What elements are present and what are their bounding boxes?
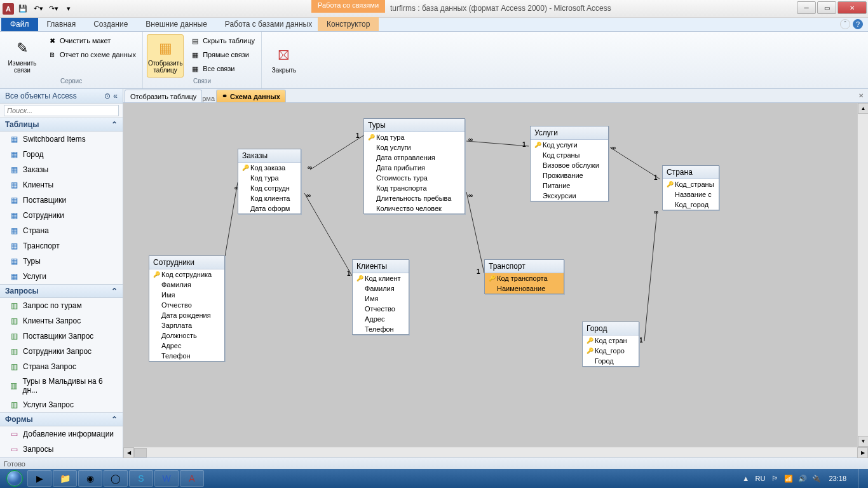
table-field[interactable]: Название с [663, 189, 719, 200]
nav-item[interactable]: ▦Страна [0, 223, 123, 238]
table-field[interactable]: Отчество [353, 304, 409, 314]
taskbar-access[interactable]: A [180, 470, 204, 487]
tray-flag-icon[interactable]: 🏳 [770, 474, 779, 483]
tab-create[interactable]: Создание [85, 17, 137, 31]
doc-tab-close-icon[interactable]: ✕ [857, 91, 865, 100]
table-field[interactable]: Дата прибытия [364, 163, 465, 173]
nav-item[interactable]: ▦Транспорт [0, 238, 123, 254]
table-box-zakazy[interactable]: Заказы🔑Код заказаКод тураКод сотруднКод … [238, 149, 301, 214]
table-box-sotrudniki[interactable]: Сотрудники🔑Код сотрудникаФамилияИмяОтчес… [149, 255, 225, 362]
start-button[interactable] [3, 469, 27, 488]
nav-group-header[interactable]: Формы⌃ [0, 412, 123, 426]
tab-external[interactable]: Внешние данные [137, 17, 216, 31]
tray-battery-icon[interactable]: 🔌 [812, 474, 821, 483]
table-field[interactable]: Фамилия [149, 280, 224, 290]
nav-item[interactable]: ▭Запросы [0, 442, 123, 457]
nav-collapse-icon[interactable]: ⊙« [104, 92, 118, 100]
table-title[interactable]: Туры [364, 119, 465, 132]
nav-item[interactable]: ▥Сотрудники Запрос [0, 344, 123, 359]
nav-item[interactable]: ▦Услуги [0, 269, 123, 284]
ribbon-minimize-icon[interactable]: ˆ [840, 19, 850, 29]
scroll-right-icon[interactable]: ▶ [857, 447, 868, 458]
nav-item[interactable]: ▥Туры в Мальдивы на 6 дн... [0, 374, 123, 397]
table-field[interactable]: Отчество [149, 300, 224, 310]
tray-network-icon[interactable]: 📶 [784, 474, 793, 483]
table-field[interactable]: Телефон [353, 324, 409, 334]
help-icon[interactable]: ? [853, 19, 863, 29]
nav-item[interactable]: ▥Запрос по турам [0, 298, 123, 313]
table-box-transport[interactable]: Транспорт🔑Код транспортаНаименование [484, 259, 564, 294]
nav-item[interactable]: ▥Страна Запрос [0, 359, 123, 374]
close-design-button[interactable]: ⛝ Закрыть [266, 34, 302, 85]
tray-clock[interactable]: 23:18 [826, 475, 849, 482]
table-field[interactable]: Телефон [149, 351, 224, 361]
table-box-uslugi[interactable]: Услуги🔑Код услугиКод страныВизовое обслу… [530, 126, 609, 201]
redo-icon[interactable]: ↷▾ [47, 3, 60, 15]
table-field[interactable]: 🔑Код тура [364, 132, 465, 142]
nav-item[interactable]: ▦Заказы [0, 162, 123, 177]
save-icon[interactable]: 💾 [17, 3, 29, 15]
table-field[interactable]: 🔑Код транспорта [485, 273, 564, 283]
table-box-gorod[interactable]: Город🔑Код стран🔑Код_гороГород [582, 322, 639, 367]
taskbar-chrome[interactable]: ◯ [104, 470, 128, 487]
table-field[interactable]: Длительность пребыва [364, 193, 465, 203]
table-field[interactable]: 🔑Код сотрудника [149, 269, 224, 280]
table-field[interactable]: Дата рождения [149, 310, 224, 320]
table-field[interactable]: Количество человек [364, 203, 465, 214]
scroll-down-icon[interactable]: ▼ [858, 436, 868, 447]
minimize-button[interactable]: ─ [797, 1, 816, 14]
nav-group-header[interactable]: Таблицы⌃ [0, 118, 123, 132]
table-field[interactable]: Дата отправления [364, 152, 465, 163]
tray-volume-icon[interactable]: 🔊 [798, 474, 807, 483]
edit-relationships-button[interactable]: ✎ Изменить связи [4, 34, 41, 78]
scroll-left-icon[interactable]: ◀ [123, 447, 134, 458]
table-title[interactable]: Клиенты [353, 260, 409, 273]
taskbar-skype[interactable]: S [129, 470, 153, 487]
clear-layout-button[interactable]: ✖Очистить макет [44, 34, 139, 47]
all-relationships-button[interactable]: ▦Все связи [187, 62, 257, 75]
relationship-report-button[interactable]: 🗎Отчет по схеме данных [44, 48, 139, 61]
nav-item[interactable]: ▭Добавление информации [0, 426, 123, 442]
tab-database[interactable]: Работа с базами данных [216, 17, 321, 31]
table-field[interactable]: Питание [531, 180, 608, 191]
tray-language[interactable]: RU [756, 475, 766, 482]
table-field[interactable]: Город [583, 356, 639, 366]
taskbar-explorer[interactable]: 📁 [53, 470, 77, 487]
relationship-canvas[interactable]: ∞ 1 ∞ 1 ∞ 1 ∞ 1 ∞ 1 ∞ 1 1 ∞ Заказы🔑Код з… [123, 103, 868, 447]
taskbar-media-player[interactable]: ▶ [27, 470, 51, 487]
nav-item[interactable]: ▦Сотрудники [0, 208, 123, 223]
table-field[interactable]: Адрес [149, 341, 224, 351]
table-field[interactable]: Фамилия [353, 283, 409, 294]
table-field[interactable]: Должность [149, 330, 224, 341]
table-box-strana[interactable]: Страна🔑Код_страныНазвание сКод_город [662, 165, 719, 210]
table-field[interactable]: Код тура [238, 173, 301, 183]
table-field[interactable]: Наименование [485, 283, 564, 294]
table-field[interactable]: Код сотрудн [238, 183, 301, 193]
table-field[interactable]: Код услуги [364, 142, 465, 152]
table-title[interactable]: Заказы [238, 149, 301, 163]
restore-button[interactable]: ▭ [817, 1, 836, 14]
table-field[interactable]: Зарплата [149, 320, 224, 330]
doc-tab-show-table[interactable]: Отобразить таблицу [125, 90, 202, 102]
nav-item[interactable]: ▥Услуги Запрос [0, 397, 123, 412]
file-tab[interactable]: Файл [1, 17, 38, 31]
table-title[interactable]: Услуги [531, 126, 608, 140]
tray-up-icon[interactable]: ▲ [742, 474, 750, 483]
horizontal-scrollbar[interactable]: ◀ ▶ [123, 447, 868, 458]
taskbar-steam[interactable]: ◉ [78, 470, 102, 487]
table-field[interactable]: Код транспорта [364, 183, 465, 193]
show-desktop-button[interactable] [858, 469, 864, 488]
table-field[interactable]: Имя [149, 290, 224, 300]
table-field[interactable]: 🔑Код_страны [663, 179, 719, 189]
table-field[interactable]: 🔑Код стран [583, 336, 639, 346]
nav-header[interactable]: Все объекты Access ⊙« [0, 89, 123, 104]
table-title[interactable]: Сотрудники [149, 256, 224, 269]
table-field[interactable]: Код_город [663, 200, 719, 210]
nav-search-input[interactable] [4, 105, 119, 116]
nav-group-header[interactable]: Запросы⌃ [0, 284, 123, 298]
doc-tab-schema[interactable]: ⚭Схема данных [216, 90, 286, 102]
table-title[interactable]: Страна [663, 166, 719, 179]
tab-design[interactable]: Конструктор [318, 17, 379, 31]
table-field[interactable]: 🔑Код услуги [531, 140, 608, 150]
table-box-klienty[interactable]: Клиенты🔑Код клиентФамилияИмяОтчествоАдре… [352, 259, 409, 335]
